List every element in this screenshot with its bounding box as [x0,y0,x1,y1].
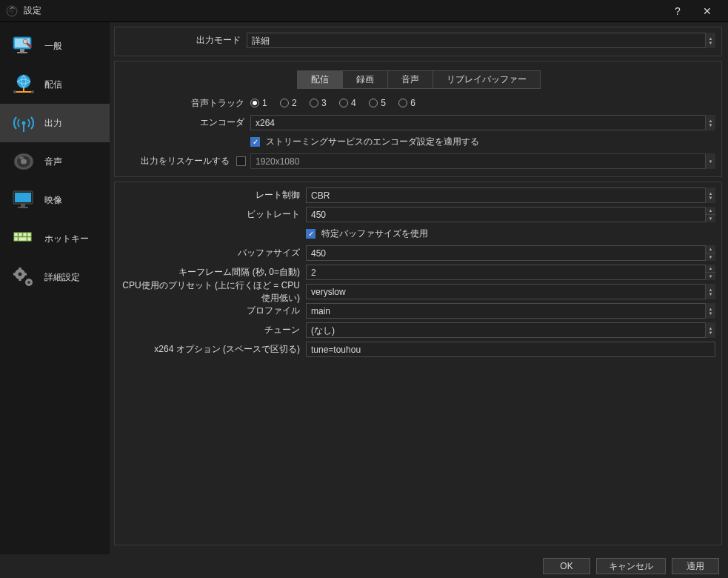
x264opts-label: x264 オプション (スペースで区切る) [121,343,306,356]
tabs: 配信 録画 音声 リプレイバッファー [121,66,715,92]
svg-point-10 [13,90,16,93]
encoder-label: エンコーダ [121,116,250,129]
tune-label: チューン [121,324,306,336]
radio-track-4[interactable] [339,99,348,107]
svg-rect-4 [20,49,24,52]
cancel-button[interactable]: キャンセル [596,558,666,574]
sidebar-item-label: 配信 [44,79,62,91]
buffer-input[interactable] [306,245,715,261]
svg-rect-28 [27,237,31,241]
streaming-section: 配信 録画 音声 リプレイバッファー 音声トラック 1 2 3 4 5 6 エン… [114,61,722,177]
rate-control-label: レート制御 [121,189,306,202]
sidebar-item-general[interactable]: 一般 [0,27,110,65]
footer: OK キャンセル 適用 [0,554,728,578]
svg-point-1 [10,10,13,13]
preset-select[interactable]: veryslow [306,284,715,299]
audio-track-group: 1 2 3 4 5 6 [250,98,715,110]
sidebar-item-label: 一般 [44,40,62,53]
sidebar-item-stream[interactable]: 配信 [0,65,110,104]
output-mode-section: 出力モード 詳細 ▲▼ [114,27,722,56]
rescale-checkbox[interactable] [236,156,246,166]
sidebar-item-output[interactable]: 出力 [0,104,110,142]
keyboard-icon [9,224,39,253]
svg-rect-22 [14,233,18,236]
keyint-input[interactable] [306,265,715,280]
svg-rect-5 [17,52,27,53]
help-button[interactable]: ? [663,0,692,22]
sidebar-item-hotkeys[interactable]: ホットキー [0,219,110,258]
main-panel: 出力モード 詳細 ▲▼ 配信 録画 音声 リプレイバッファー 音声トラック 1 … [110,22,728,554]
speaker-icon [9,147,39,176]
sidebar-item-label: 映像 [44,194,62,207]
keyint-label: キーフレーム間隔 (秒, 0=自動) [121,266,306,279]
custom-buffer-label: 特定バッファサイズを使用 [321,228,428,239]
sidebar-item-advanced[interactable]: 詳細設定 [0,258,110,296]
svg-rect-26 [14,237,18,241]
audio-tracks-label: 音声トラック [121,97,250,110]
close-button[interactable]: ✕ [692,0,722,22]
rescale-select[interactable]: 1920x1080 [250,153,715,169]
svg-point-17 [19,156,24,159]
sidebar-item-video[interactable]: 映像 [0,181,110,219]
ok-button[interactable]: OK [543,558,590,574]
rescale-label: 出力をリスケールする [121,155,236,167]
output-mode-label: 出力モード [121,34,247,47]
svg-point-16 [21,159,27,165]
antenna-icon [9,108,39,138]
svg-point-7 [17,75,30,88]
radio-track-3[interactable] [310,99,318,107]
profile-label: プロファイル [121,305,306,317]
window-title: 設定 [24,4,41,17]
sidebar-item-label: ホットキー [44,233,89,245]
tab-audio[interactable]: 音声 [387,70,433,89]
globe-network-icon [9,70,39,99]
radio-track-2[interactable] [280,99,289,107]
svg-rect-23 [19,233,22,236]
monitor-wrench-icon [9,31,39,61]
apply-button[interactable]: 適用 [672,558,719,574]
encoder-select[interactable]: x264 [250,115,715,130]
radio-track-5[interactable] [369,99,378,107]
titlebar: 設定 ? ✕ [0,0,728,22]
x264opts-input[interactable] [306,342,715,357]
svg-rect-19 [15,193,31,202]
sidebar-item-label: 出力 [44,117,62,130]
gears-icon [9,262,39,292]
output-mode-select[interactable]: 詳細 [247,33,715,48]
encoder-settings-section: レート制御 CBR ▲▼ ビットレート ▲▼ 特定バッファサイズを使用 [114,182,722,545]
svg-rect-25 [27,233,31,236]
monitor-icon [9,185,39,215]
tab-replay-buffer[interactable]: リプレイバッファー [433,70,541,89]
sidebar-item-label: 詳細設定 [44,271,80,284]
svg-point-11 [31,90,34,93]
radio-track-1[interactable] [250,99,259,107]
obs-icon [6,5,18,17]
svg-rect-27 [19,237,27,241]
svg-rect-24 [23,233,27,236]
preset-label: CPU使用のプリセット (上に行くほど = CPU使用低い) [121,279,306,305]
custom-buffer-checkbox[interactable] [306,229,315,239]
sidebar: 一般 配信 出力 音声 映像 [0,22,110,554]
tune-select[interactable]: (なし) [306,322,715,338]
radio-track-6[interactable] [398,99,407,107]
bitrate-input[interactable] [306,207,715,222]
rate-control-select[interactable]: CBR [306,187,715,203]
tab-stream[interactable]: 配信 [297,70,343,89]
apply-service-label: ストリーミングサービスのエンコーダ設定を適用する [266,136,479,147]
bitrate-label: ビットレート [121,208,306,221]
svg-rect-20 [21,204,25,207]
sidebar-item-label: 音声 [44,156,62,168]
tab-record[interactable]: 録画 [342,70,388,89]
sidebar-item-audio[interactable]: 音声 [0,142,110,181]
svg-point-32 [27,281,30,284]
svg-rect-21 [18,207,28,208]
svg-point-30 [19,273,22,276]
buffer-label: バッファサイズ [121,247,306,259]
svg-point-6 [23,39,27,44]
apply-service-checkbox[interactable] [250,137,260,147]
profile-select[interactable]: main [306,303,715,319]
